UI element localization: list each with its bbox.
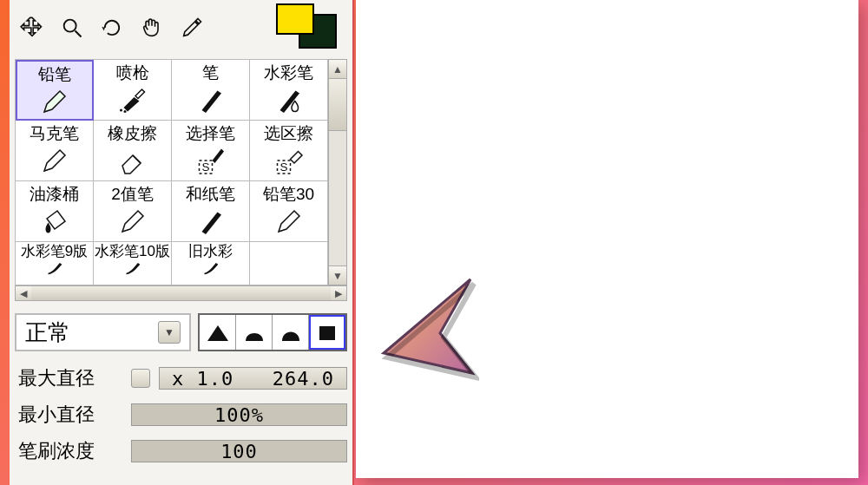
brush-grid: 铅笔 喷枪 笔 水彩笔 马克笔 橡皮擦 bbox=[15, 59, 328, 285]
brush-shape-round[interactable] bbox=[236, 315, 273, 350]
rotate-tool[interactable] bbox=[95, 10, 129, 45]
max-diameter-label: 最大直径 bbox=[18, 365, 122, 391]
min-diameter-value: 100% bbox=[214, 404, 264, 426]
brush-tool-water9[interactable]: 水彩笔9版 bbox=[16, 242, 94, 285]
density-value: 100 bbox=[220, 441, 258, 462]
brush-tool-selecterase[interactable]: 选区擦 S bbox=[250, 121, 328, 181]
brush-shape-picker bbox=[198, 313, 347, 351]
brush-shape-round2[interactable] bbox=[273, 315, 309, 350]
brush-label: 油漆桶 bbox=[30, 183, 79, 206]
brush-grid-hscroll[interactable]: ◀ ▶ bbox=[15, 285, 347, 301]
density-slider[interactable]: 100 bbox=[131, 440, 347, 462]
brush-label: 橡皮擦 bbox=[108, 122, 157, 145]
max-diameter-menu-button[interactable] bbox=[131, 369, 150, 388]
svg-point-2 bbox=[120, 109, 122, 112]
color-swatch[interactable] bbox=[276, 3, 337, 52]
brush-grid-vscroll[interactable]: ▲ ▼ bbox=[328, 59, 347, 285]
scroll-down-button[interactable]: ▼ bbox=[329, 265, 346, 285]
max-diameter-multiplier: x 1.0 bbox=[172, 368, 233, 390]
brush-tool-pencil30[interactable]: 铅笔30 bbox=[250, 181, 328, 242]
tool-panel: 铅笔 喷枪 笔 水彩笔 马克笔 橡皮擦 bbox=[10, 0, 354, 485]
brush-tool-marker[interactable]: 马克笔 bbox=[16, 121, 94, 181]
brush-tool-water10[interactable]: 水彩笔10版 bbox=[94, 242, 172, 285]
brush-label: 水彩笔 bbox=[264, 62, 313, 84]
brush-label: 选区擦 bbox=[264, 122, 313, 145]
brush-label: 旧水彩 bbox=[188, 244, 233, 259]
scroll-thumb[interactable] bbox=[329, 79, 346, 131]
svg-rect-8 bbox=[319, 326, 335, 340]
brush-tool-eraser[interactable]: 橡皮擦 bbox=[94, 121, 172, 181]
svg-point-3 bbox=[123, 110, 126, 113]
brush-tool-pencil[interactable]: 铅笔 bbox=[16, 60, 94, 121]
brush-label: 铅笔30 bbox=[263, 183, 314, 206]
brush-label: 马克笔 bbox=[30, 122, 79, 145]
blend-mode-dropdown-button[interactable]: ▼ bbox=[158, 321, 181, 344]
brush-label: 选择笔 bbox=[186, 122, 235, 145]
brush-tool-bucket[interactable]: 油漆桶 bbox=[16, 181, 94, 242]
brush-tool-binary[interactable]: 2值笔 bbox=[94, 181, 172, 242]
brush-label: 水彩笔9版 bbox=[21, 244, 88, 259]
scroll-thumb[interactable] bbox=[31, 286, 331, 300]
eyedropper-tool[interactable] bbox=[174, 10, 209, 45]
hand-tool[interactable] bbox=[135, 10, 169, 45]
brush-label: 喷枪 bbox=[116, 62, 149, 84]
brush-label: 笔 bbox=[202, 62, 219, 84]
brush-label: 和纸笔 bbox=[186, 183, 235, 206]
brush-shape-square[interactable] bbox=[309, 315, 345, 350]
brush-shape-triangle[interactable] bbox=[200, 315, 236, 350]
scroll-right-button[interactable]: ▶ bbox=[331, 286, 346, 300]
blend-mode-select[interactable]: 正常 ▼ bbox=[15, 313, 191, 351]
density-label: 笔刷浓度 bbox=[18, 438, 122, 464]
min-diameter-slider[interactable]: 100% bbox=[131, 403, 347, 426]
svg-point-0 bbox=[64, 20, 76, 32]
toolbar bbox=[10, 0, 352, 56]
svg-text:S: S bbox=[279, 161, 287, 174]
min-diameter-label: 最小直径 bbox=[18, 402, 122, 428]
scroll-left-button[interactable]: ◀ bbox=[16, 286, 31, 300]
brush-tool-airbrush[interactable]: 喷枪 bbox=[94, 60, 172, 121]
foreground-color-swatch[interactable] bbox=[276, 3, 314, 35]
zoom-tool[interactable] bbox=[55, 10, 89, 45]
canvas-area[interactable] bbox=[356, 0, 858, 478]
brush-label: 2值笔 bbox=[111, 183, 154, 206]
move-tool[interactable] bbox=[15, 10, 49, 45]
brush-tool-watercolor[interactable]: 水彩笔 bbox=[250, 60, 328, 121]
brush-label: 水彩笔10版 bbox=[95, 244, 170, 259]
brush-tool-washi[interactable]: 和纸笔 bbox=[172, 181, 250, 242]
brush-tool-selectpen[interactable]: 选择笔 S bbox=[172, 121, 250, 181]
max-diameter-value: 264.0 bbox=[273, 368, 334, 390]
brush-tool-brush[interactable]: 笔 bbox=[172, 60, 250, 121]
scroll-up-button[interactable]: ▲ bbox=[329, 60, 346, 79]
svg-text:S: S bbox=[201, 161, 209, 174]
blend-mode-label: 正常 bbox=[25, 318, 70, 348]
brush-tool-empty[interactable] bbox=[250, 242, 328, 285]
max-diameter-slider[interactable]: x 1.0 264.0 bbox=[159, 367, 347, 390]
svg-line-1 bbox=[76, 31, 82, 37]
brush-label: 铅笔 bbox=[38, 63, 71, 86]
brush-tool-oldwater[interactable]: 旧水彩 bbox=[172, 242, 250, 285]
